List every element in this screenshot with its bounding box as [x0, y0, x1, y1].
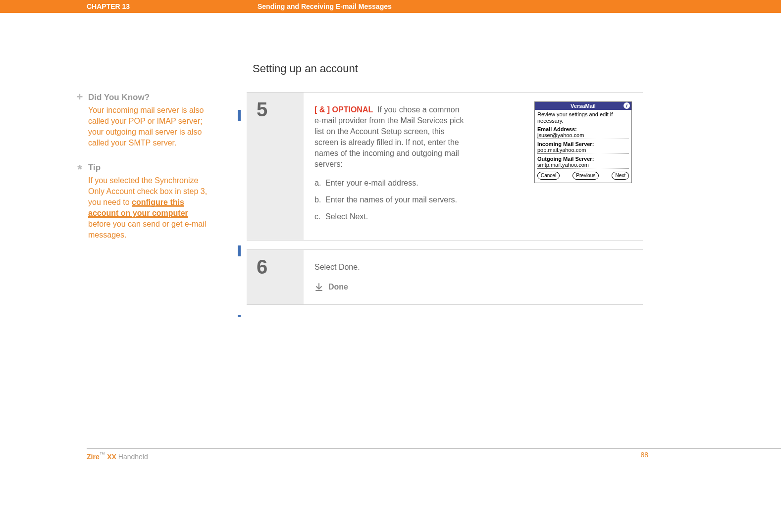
step-6: 6 Select Done. Done: [247, 249, 643, 305]
did-you-know-block: + Did You Know? Your incoming mail serve…: [74, 92, 208, 148]
chapter-label: CHAPTER 13: [87, 2, 130, 10]
field-label-incoming: Incoming Mail Server:: [537, 141, 629, 147]
steps-panel: 5 [ & ] OPTIONAL If you chose a common e…: [247, 92, 643, 314]
plus-icon: +: [74, 93, 85, 103]
outgoing-server-field[interactable]: smtp.mail.yahoo.com: [537, 162, 629, 169]
step-5: 5 [ & ] OPTIONAL If you chose a common e…: [247, 92, 643, 241]
did-you-know-body: Your incoming mail server is also called…: [88, 105, 208, 148]
page-number: 88: [640, 451, 648, 459]
next-button[interactable]: Next: [612, 172, 629, 180]
change-bar-icon: [238, 245, 241, 256]
product-suffix: Handheld: [116, 453, 148, 461]
asterisk-icon: *: [74, 163, 85, 174]
step-text: [ & ] OPTIONAL If you chose a common e-m…: [314, 104, 468, 222]
versamail-titlebar: VersaMail i: [535, 102, 631, 110]
sub-item: b. Enter the names of your mail servers.: [314, 194, 468, 205]
change-bar-icon: [238, 315, 241, 317]
previous-button[interactable]: Previous: [573, 172, 599, 180]
step-content: [ & ] OPTIONAL If you chose a common e-m…: [304, 93, 643, 240]
versamail-body: Review your settings and edit if necessa…: [535, 110, 631, 183]
page-footer: Zire™ XX Handheld 88: [87, 448, 781, 465]
tip-body: If you selected the Synchronize Only Acc…: [88, 175, 208, 241]
versamail-title: VersaMail: [571, 103, 596, 109]
info-icon[interactable]: i: [624, 102, 630, 109]
step-content: Select Done. Done: [304, 250, 643, 304]
tm-symbol: ™: [100, 451, 105, 457]
done-row: Done: [314, 282, 468, 292]
sub-text: Select Next.: [325, 211, 368, 222]
sub-list: a. Enter your e-mail address. b. Enter t…: [314, 178, 468, 222]
model: XX: [107, 453, 116, 461]
done-label: Done: [328, 282, 348, 292]
email-field[interactable]: jsuser@yahoo.com: [537, 132, 629, 139]
page-content: + Did You Know? Your incoming mail serve…: [0, 13, 781, 481]
field-label-outgoing: Outgoing Mail Server:: [537, 156, 629, 162]
step-number: 5: [257, 98, 267, 121]
chapter-title: Sending and Receiving E-mail Messages: [258, 2, 392, 10]
download-done-icon: [314, 283, 323, 291]
chapter-header: CHAPTER 13 Sending and Receiving E-mail …: [0, 0, 781, 13]
optional-tag: [ & ] OPTIONAL: [314, 105, 373, 114]
brand-name: Zire: [87, 453, 100, 461]
sidebar: + Did You Know? Your incoming mail serve…: [74, 92, 208, 254]
section-heading: Setting up an account: [253, 62, 358, 75]
cancel-button[interactable]: Cancel: [537, 172, 560, 180]
incoming-server-field[interactable]: pop.mail.yahoo.com: [537, 147, 629, 154]
versamail-screenshot: VersaMail i Review your settings and edi…: [534, 101, 632, 183]
sub-text: Enter your e-mail address.: [325, 178, 418, 189]
tip-block: * Tip If you selected the Synchronize On…: [74, 162, 208, 241]
tip-heading: Tip: [88, 162, 208, 173]
sub-label: c.: [314, 211, 325, 222]
step-number: 6: [257, 256, 267, 278]
sub-item: c. Select Next.: [314, 211, 468, 222]
did-you-know-heading: Did You Know?: [88, 92, 208, 103]
sub-text: Enter the names of your mail servers.: [325, 194, 457, 205]
step-text: Select Done. Done: [314, 262, 468, 292]
sub-label: a.: [314, 178, 325, 189]
versamail-buttons: Cancel Previous Next: [537, 172, 629, 180]
sub-label: b.: [314, 194, 325, 205]
step-intro: If you chose a common e-mail provider fr…: [314, 105, 464, 168]
field-label-email: Email Address:: [537, 126, 629, 132]
product-name: Zire™ XX Handheld: [87, 451, 148, 461]
versamail-instruction: Review your settings and edit if necessa…: [537, 111, 629, 124]
sub-item: a. Enter your e-mail address.: [314, 178, 468, 189]
change-bar-icon: [238, 110, 241, 121]
tip-body-post: before you can send or get e-mail messag…: [88, 220, 206, 239]
step6-text: Select Done.: [314, 263, 360, 271]
